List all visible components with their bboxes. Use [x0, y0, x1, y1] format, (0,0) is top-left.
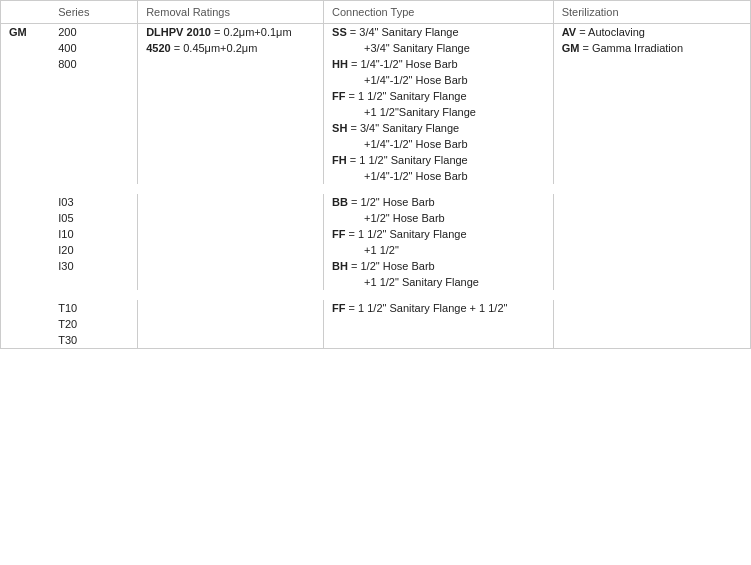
- table-row: I05+1/2" Hose Barb: [1, 210, 750, 226]
- cell-connection: +1/4"-1/2" Hose Barb: [324, 136, 554, 152]
- connection-detail: +1 1/2": [364, 244, 399, 256]
- cell-sterilization: [553, 104, 750, 120]
- header-connection: Connection Type: [324, 1, 554, 24]
- connection-code: FH: [332, 154, 347, 166]
- cell-model: [1, 242, 50, 258]
- connection-code: FF: [332, 228, 345, 240]
- table-row: FF = 1 1/2" Sanitary Flange: [1, 88, 750, 104]
- connection-detail: +1/4"-1/2" Hose Barb: [364, 74, 468, 86]
- cell-series: I05: [50, 210, 137, 226]
- cell-model: [1, 40, 50, 56]
- cell-series: [50, 274, 137, 290]
- connection-code: FF: [332, 90, 345, 102]
- connection-detail: +1 1/2"Sanitary Flange: [364, 106, 476, 118]
- cell-sterilization: [553, 152, 750, 168]
- table-row: T20: [1, 316, 750, 332]
- cell-sterilization: [553, 168, 750, 184]
- cell-model: [1, 194, 50, 210]
- model-label: GM: [9, 26, 27, 38]
- cell-sterilization: [553, 226, 750, 242]
- cell-removal: [138, 210, 324, 226]
- cell-connection: +1 1/2"Sanitary Flange: [324, 104, 554, 120]
- cell-connection: [324, 332, 554, 348]
- cell-sterilization: [553, 56, 750, 72]
- table-row: +1 1/2"Sanitary Flange: [1, 104, 750, 120]
- cell-sterilization: GM = Gamma Irradiation: [553, 40, 750, 56]
- cell-model: [1, 152, 50, 168]
- cell-connection: SH = 3/4" Sanitary Flange: [324, 120, 554, 136]
- sterilization-code: AV: [562, 26, 576, 38]
- cell-connection: +1 1/2" Sanitary Flange: [324, 274, 554, 290]
- cell-model: [1, 120, 50, 136]
- table-row: T10FF = 1 1/2" Sanitary Flange + 1 1/2": [1, 300, 750, 316]
- cell-series: [50, 104, 137, 120]
- cell-series: 200: [50, 24, 137, 41]
- cell-removal: [138, 88, 324, 104]
- spacer-row: [1, 184, 750, 194]
- connection-detail: 1/4"-1/2" Hose Barb: [360, 58, 457, 70]
- cell-series: [50, 120, 137, 136]
- sterilization-detail: Gamma Irradiation: [592, 42, 683, 54]
- connection-detail: +1/4"-1/2" Hose Barb: [364, 138, 468, 150]
- cell-connection: +1/2" Hose Barb: [324, 210, 554, 226]
- cell-removal: [138, 120, 324, 136]
- connection-detail: +3/4" Sanitary Flange: [364, 42, 470, 54]
- cell-sterilization: [553, 210, 750, 226]
- header-series: Series: [50, 1, 137, 24]
- removal-equals: =: [211, 26, 224, 38]
- table-row: I10FF = 1 1/2" Sanitary Flange: [1, 226, 750, 242]
- cell-series: [50, 168, 137, 184]
- table-row: T30: [1, 332, 750, 348]
- connection-indent: [332, 42, 364, 54]
- connection-detail: +1/2" Hose Barb: [364, 212, 445, 224]
- cell-model: [1, 168, 50, 184]
- cell-connection: FF = 1 1/2" Sanitary Flange: [324, 88, 554, 104]
- header-model: [1, 1, 50, 24]
- connection-code: HH: [332, 58, 348, 70]
- cell-connection: SS = 3/4" Sanitary Flange: [324, 24, 554, 41]
- connection-detail: +1/4"-1/2" Hose Barb: [364, 170, 468, 182]
- cell-removal: [138, 242, 324, 258]
- cell-model: GM: [1, 24, 50, 41]
- cell-sterilization: AV = Autoclaving: [553, 24, 750, 41]
- connection-detail: 1/2" Hose Barb: [360, 260, 434, 272]
- removal-value: 0.2μm+0.1μm: [224, 26, 292, 38]
- cell-model: [1, 300, 50, 316]
- main-table-container: Series Removal Ratings Connection Type S…: [0, 0, 751, 349]
- cell-connection: [324, 316, 554, 332]
- connection-indent: [332, 276, 364, 288]
- connection-code: SS: [332, 26, 347, 38]
- cell-model: [1, 332, 50, 348]
- removal-number: 2010: [187, 26, 211, 38]
- cell-sterilization: [553, 136, 750, 152]
- cell-sterilization: [553, 332, 750, 348]
- cell-series: 800: [50, 56, 137, 72]
- table-row: 800HH = 1/4"-1/2" Hose Barb: [1, 56, 750, 72]
- cell-series: I03: [50, 194, 137, 210]
- spacer-row: [1, 290, 750, 300]
- cell-sterilization: [553, 72, 750, 88]
- connection-detail: 1 1/2" Sanitary Flange: [358, 90, 466, 102]
- cell-connection: BH = 1/2" Hose Barb: [324, 258, 554, 274]
- cell-removal: DLHPV 2010 = 0.2μm+0.1μm: [138, 24, 324, 41]
- cell-series: [50, 88, 137, 104]
- cell-removal: [138, 274, 324, 290]
- cell-sterilization: [553, 120, 750, 136]
- cell-series: [50, 136, 137, 152]
- table-row: I20+1 1/2": [1, 242, 750, 258]
- connection-detail: 1 1/2" Sanitary Flange + 1 1/2": [358, 302, 507, 314]
- cell-series: I10: [50, 226, 137, 242]
- table-row: 4004520 = 0.45μm+0.2μm+3/4" Sanitary Fla…: [1, 40, 750, 56]
- cell-connection: +1/4"-1/2" Hose Barb: [324, 168, 554, 184]
- connection-indent: [332, 244, 364, 256]
- cell-removal: [138, 56, 324, 72]
- table-row: I30BH = 1/2" Hose Barb: [1, 258, 750, 274]
- cell-removal: [138, 194, 324, 210]
- cell-connection: +1 1/2": [324, 242, 554, 258]
- cell-sterilization: [553, 300, 750, 316]
- connection-detail: 3/4" Sanitary Flange: [360, 122, 459, 134]
- cell-model: [1, 88, 50, 104]
- cell-model: [1, 274, 50, 290]
- table-row: +1 1/2" Sanitary Flange: [1, 274, 750, 290]
- connection-indent: [332, 138, 364, 150]
